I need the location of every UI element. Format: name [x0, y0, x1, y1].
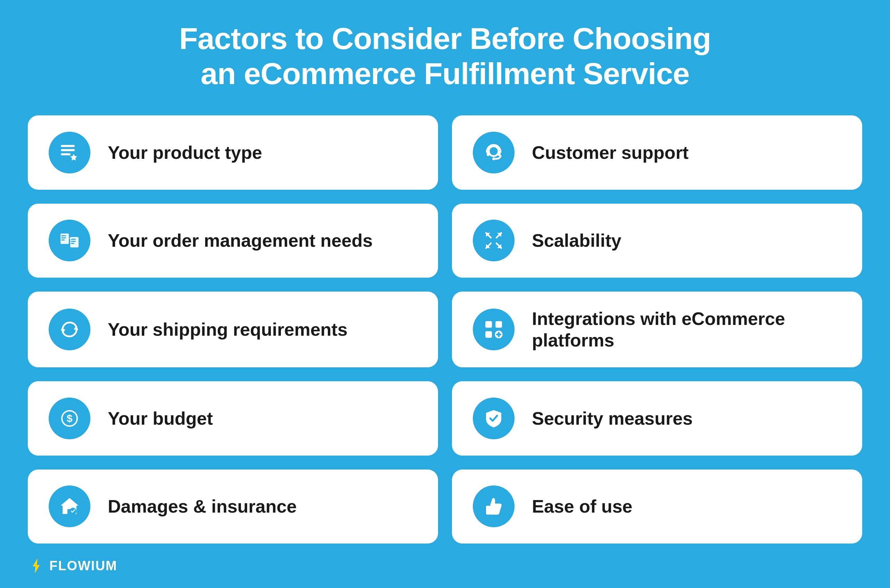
security-icon	[473, 398, 515, 439]
card-damages-label: Damages & insurance	[108, 495, 297, 517]
card-order-management: Your order management needs	[28, 204, 438, 278]
budget-icon: $	[49, 398, 90, 439]
svg-rect-28	[485, 331, 492, 338]
svg-point-7	[492, 158, 495, 160]
card-scalability-label: Scalability	[532, 230, 621, 251]
card-ease-of-use-label: Ease of use	[532, 495, 632, 517]
card-ease-of-use: Ease of use	[452, 470, 862, 543]
card-customer-support: Customer support	[452, 116, 862, 189]
card-integrations-label: Integrations with eCommerce platforms	[532, 308, 841, 351]
svg-rect-0	[61, 145, 75, 147]
svg-marker-38	[33, 558, 40, 573]
cards-grid: Your product type Customer support	[28, 116, 862, 543]
svg-rect-13	[71, 239, 76, 240]
svg-rect-14	[71, 241, 76, 242]
integrations-icon	[473, 309, 515, 350]
card-budget-label: Your budget	[108, 408, 213, 429]
product-type-icon	[49, 132, 90, 173]
title-line1: Factors to Consider Before Choosing	[179, 21, 711, 56]
svg-marker-3	[70, 154, 77, 160]
flowium-logo-icon	[28, 557, 45, 574]
svg-rect-37	[486, 506, 490, 514]
svg-rect-8	[60, 234, 69, 244]
card-security: Security measures	[452, 381, 862, 455]
svg-point-4	[489, 146, 498, 156]
ease-of-use-icon	[473, 486, 515, 527]
svg-rect-1	[61, 149, 75, 151]
card-product-type-label: Your product type	[108, 142, 262, 164]
scalability-icon	[473, 220, 515, 261]
card-shipping: Your shipping requirements	[28, 292, 438, 368]
order-management-icon	[49, 220, 90, 261]
card-scalability: Scalability	[452, 204, 862, 278]
card-order-management-label: Your order management needs	[108, 230, 373, 251]
card-budget: $ Your budget	[28, 381, 438, 455]
svg-rect-29	[495, 321, 502, 328]
svg-rect-32	[496, 334, 501, 335]
footer-logo: FLOWIUM	[28, 557, 117, 574]
card-product-type: Your product type	[28, 116, 438, 189]
card-integrations: Integrations with eCommerce platforms	[452, 292, 862, 368]
customer-support-icon	[473, 132, 515, 173]
svg-rect-27	[485, 321, 492, 328]
shipping-icon	[49, 309, 90, 350]
svg-rect-9	[61, 235, 66, 236]
svg-rect-10	[61, 237, 66, 238]
card-damages: Damages & insurance	[28, 470, 438, 543]
card-security-label: Security measures	[532, 408, 693, 429]
damages-icon	[49, 486, 90, 527]
page-title: Factors to Consider Before Choosing an e…	[179, 21, 711, 91]
card-customer-support-label: Customer support	[532, 142, 689, 164]
flowium-logo-text: FLOWIUM	[50, 558, 117, 573]
svg-rect-2	[61, 153, 71, 155]
title-line2: an eCommerce Fulfillment Service	[201, 56, 689, 91]
svg-rect-11	[61, 240, 65, 240]
svg-text:$: $	[67, 412, 73, 424]
card-shipping-label: Your shipping requirements	[108, 319, 348, 340]
svg-rect-15	[71, 243, 74, 244]
